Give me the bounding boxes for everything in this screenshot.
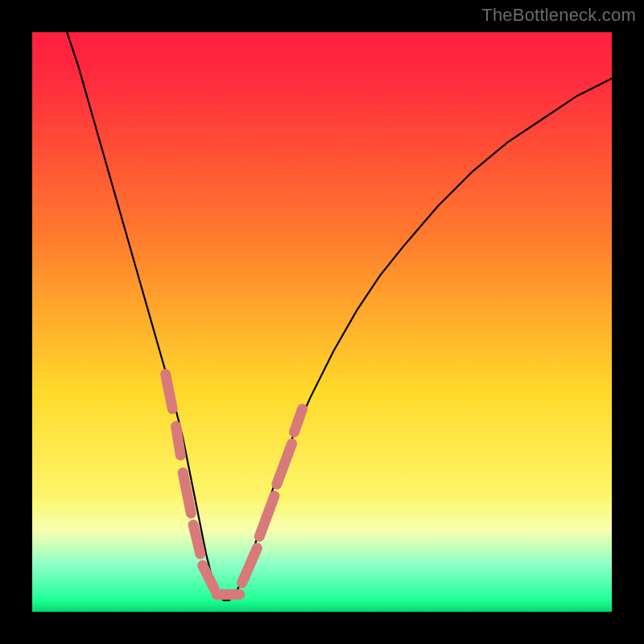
highlight-segment (176, 427, 181, 456)
bottleneck-curve (67, 32, 612, 601)
highlight-segment (242, 548, 258, 583)
chart-frame: TheBottleneck.com (0, 0, 644, 644)
highlight-segment (259, 496, 275, 536)
highlight-segment (203, 565, 214, 588)
watermark-text: TheBottleneck.com (481, 5, 636, 26)
curve-svg (32, 32, 612, 612)
highlight-segment (294, 409, 302, 432)
highlight-segment (277, 444, 292, 484)
highlight-segment (193, 525, 200, 554)
highlight-segment (166, 374, 173, 409)
highlight-markers (166, 374, 303, 595)
plot-area (32, 32, 612, 612)
highlight-segment (183, 473, 191, 513)
